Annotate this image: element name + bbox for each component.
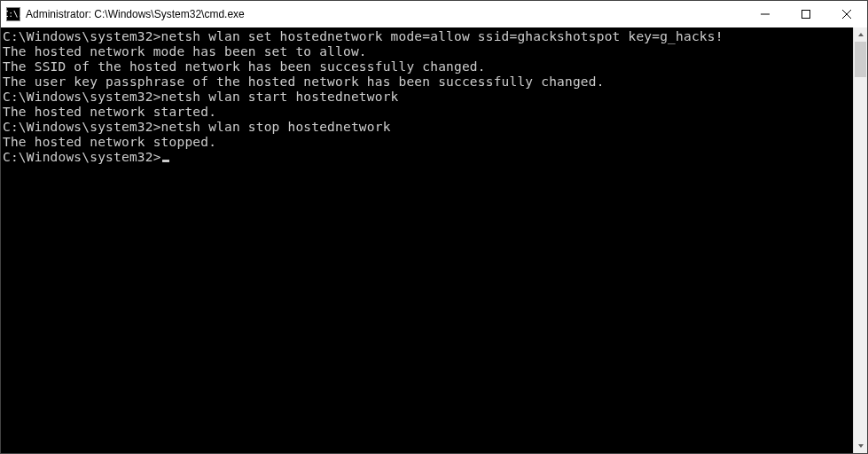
terminal-line: C:\Windows\system32>netsh wlan start hos… — [3, 90, 853, 105]
close-button[interactable] — [826, 1, 867, 27]
terminal-line: The hosted network mode has been set to … — [3, 44, 853, 59]
window-title: Administrator: C:\Windows\System32\cmd.e… — [26, 8, 245, 20]
client-area: C:\Windows\system32>netsh wlan set hoste… — [1, 27, 867, 453]
scroll-thumb[interactable] — [855, 42, 866, 77]
cmd-icon: C:\. — [6, 7, 20, 21]
terminal-line: The hosted network stopped. — [3, 135, 853, 150]
svg-rect-1 — [802, 11, 810, 19]
terminal-line: The SSID of the hosted network has been … — [3, 59, 853, 74]
terminal-line: C:\Windows\system32>netsh wlan set hoste… — [3, 29, 853, 44]
maximize-button[interactable] — [786, 1, 826, 27]
window-controls — [745, 1, 867, 27]
minimize-button[interactable] — [745, 1, 786, 27]
svg-marker-5 — [858, 444, 864, 448]
scroll-track[interactable] — [854, 42, 867, 439]
terminal-line: The hosted network started. — [3, 105, 853, 120]
vertical-scrollbar[interactable] — [853, 27, 867, 453]
scroll-up-arrow-icon[interactable] — [854, 27, 867, 42]
cursor-icon — [162, 160, 169, 162]
titlebar[interactable]: C:\. Administrator: C:\Windows\System32\… — [1, 1, 867, 27]
svg-marker-4 — [858, 33, 864, 36]
cmd-window: C:\. Administrator: C:\Windows\System32\… — [0, 0, 868, 454]
scroll-down-arrow-icon[interactable] — [854, 439, 867, 453]
terminal-line: C:\Windows\system32> — [3, 150, 853, 165]
terminal-line: C:\Windows\system32>netsh wlan stop host… — [3, 120, 853, 135]
terminal-line: The user key passphrase of the hosted ne… — [3, 74, 853, 90]
terminal-output[interactable]: C:\Windows\system32>netsh wlan set hoste… — [1, 27, 853, 453]
